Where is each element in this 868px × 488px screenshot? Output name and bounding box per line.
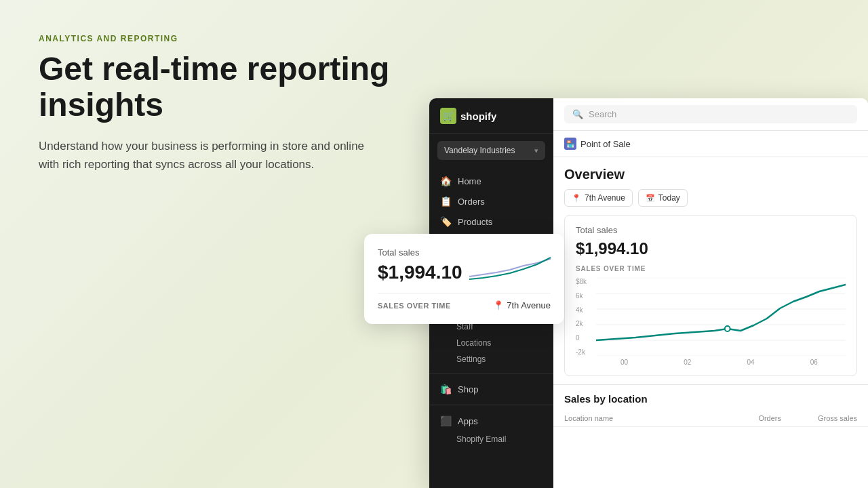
location-filter-icon: 📍 — [572, 194, 581, 203]
chart-x-06: 06 — [810, 359, 818, 366]
sales-by-location-title: Sales by location — [553, 384, 868, 410]
location-filter-label: 7th Avenue — [585, 193, 625, 203]
store-selector-arrow-icon: ▾ — [534, 146, 538, 155]
main-content: 🔍 Search 🏪 Point of Sale Overview 📍 7th … — [553, 98, 868, 488]
shopify-logo-icon: 🛒 — [440, 108, 456, 124]
sidebar-sub-item-shopify-email[interactable]: Shopify Email — [429, 431, 553, 447]
chart-y-label-neg2k: -2k — [576, 348, 587, 356]
location-badge: 📍 7th Avenue — [493, 300, 551, 310]
chart-x-labels: 00 02 04 06 — [576, 356, 846, 366]
calendar-filter-icon: 📅 — [646, 194, 655, 203]
main-headline: Get real-time reporting insights — [39, 52, 418, 123]
products-icon: 🏷️ — [440, 216, 451, 227]
home-icon: 🏠 — [440, 176, 451, 186]
store-name: Vandelay Industries — [444, 146, 515, 155]
chart-svg — [596, 278, 846, 356]
sidebar-sub-item-locations[interactable]: Locations — [429, 335, 553, 351]
sidebar-sub-item-settings[interactable]: Settings — [429, 351, 553, 367]
col-header-location: Location name — [564, 414, 705, 422]
pos-header: 🏪 Point of Sale — [553, 131, 868, 157]
sidebar-item-orders[interactable]: 📋 Orders — [429, 191, 553, 211]
topbar: 🔍 Search — [553, 98, 868, 131]
stats-amount: $1,994.10 — [576, 239, 846, 258]
chart-y-label-8k: $8k — [576, 278, 587, 285]
sidebar-item-apps-label: Apps — [458, 416, 478, 426]
store-selector[interactable]: Vandelay Industries ▾ — [437, 141, 545, 160]
sales-over-time-label: SALES OVER TIME — [576, 265, 846, 272]
mini-chart-svg — [469, 251, 551, 285]
chart-y-label-6k: 6k — [576, 292, 587, 300]
svg-point-6 — [725, 326, 730, 331]
sidebar-header: 🛒 shopify — [429, 98, 553, 134]
table-header: Location name Orders Gross sales — [553, 410, 868, 427]
col-header-orders: Orders — [711, 414, 781, 422]
left-content-area: ANALYTICS AND REPORTING Get real-time re… — [39, 34, 418, 174]
col-header-gross-sales: Gross sales — [787, 414, 857, 422]
sidebar-item-orders-label: Orders — [458, 197, 485, 207]
sidebar-item-apps[interactable]: ⬛ Apps — [429, 411, 553, 431]
search-placeholder-text: Search — [589, 109, 616, 119]
stats-card: Total sales $1,994.10 SALES OVER TIME $8… — [564, 215, 857, 376]
nav-divider-2 — [429, 373, 553, 373]
filter-row: 📍 7th Avenue 📅 Today — [553, 189, 868, 215]
overview-title: Overview — [553, 157, 868, 189]
sales-chart: $8k 6k 4k 2k 0 -2k — [576, 278, 846, 356]
sidebar-item-home-label: Home — [458, 176, 481, 186]
shop-icon: 🛍️ — [440, 384, 451, 394]
nav-divider-3 — [429, 405, 553, 405]
chart-x-02: 02 — [684, 359, 691, 366]
search-icon: 🔍 — [572, 109, 583, 119]
chart-y-label-2k: 2k — [576, 320, 587, 327]
sales-over-time-label: SALES OVER TIME — [378, 302, 451, 310]
shopify-logo: 🛒 shopify — [440, 108, 496, 124]
location-filter-button[interactable]: 📍 7th Avenue — [564, 189, 633, 207]
pos-badge: 🏪 Point of Sale — [564, 138, 631, 150]
pos-badge-icon: 🏪 — [564, 138, 576, 150]
sidebar-item-products-label: Products — [458, 217, 492, 227]
pos-header-label: Point of Sale — [580, 139, 631, 149]
sidebar-item-shop-label: Shop — [458, 384, 478, 394]
chart-y-label-4k: 4k — [576, 306, 587, 314]
shopify-logo-text: shopify — [460, 110, 496, 122]
chart-x-04: 04 — [747, 359, 755, 366]
floating-card-footer: SALES OVER TIME 📍 7th Avenue — [378, 293, 551, 310]
analytics-label: ANALYTICS AND REPORTING — [39, 34, 418, 43]
date-filter-button[interactable]: 📅 Today — [638, 189, 688, 207]
location-pin-icon: 📍 — [493, 300, 504, 310]
sub-headline: Understand how your business is performi… — [39, 137, 378, 174]
apps-icon: ⬛ — [440, 415, 451, 426]
date-filter-label: Today — [658, 193, 680, 203]
sidebar-item-home[interactable]: 🏠 Home — [429, 171, 553, 191]
stats-card-title: Total sales — [576, 225, 846, 235]
chart-y-labels: $8k 6k 4k 2k 0 -2k — [576, 278, 587, 356]
chart-y-label-0: 0 — [576, 334, 587, 342]
search-bar[interactable]: 🔍 Search — [564, 105, 857, 123]
chart-x-00: 00 — [620, 359, 628, 366]
orders-icon: 📋 — [440, 196, 451, 207]
floating-sales-card: Total sales $1,994.10 SALES OVER TIME 📍 … — [364, 234, 564, 324]
sidebar-item-products[interactable]: 🏷️ Products — [429, 211, 553, 232]
sidebar-item-shop[interactable]: 🛍️ Shop — [429, 379, 553, 399]
